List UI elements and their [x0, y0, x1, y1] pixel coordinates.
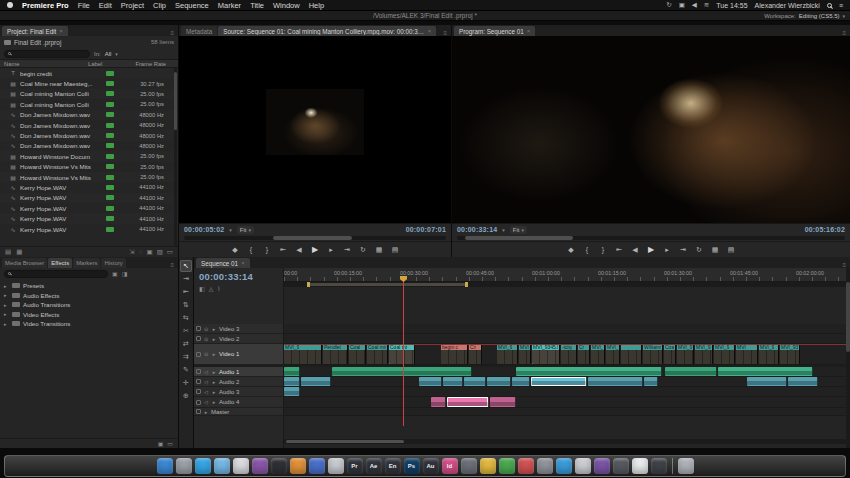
toggle-track-output-icon[interactable]: ⊙ [203, 336, 209, 342]
delete-icon[interactable]: ▭ [167, 248, 173, 256]
step-forward-icon[interactable]: ▸ [326, 246, 336, 254]
timeline-clip[interactable]: -icity [561, 344, 577, 364]
step-back-icon[interactable]: ◀ [630, 246, 640, 254]
notification-center-icon[interactable]: ≡ [839, 2, 843, 9]
play-icon[interactable]: ▶ [646, 245, 656, 254]
menu-item[interactable]: Window [273, 1, 300, 10]
dock-app-icon[interactable] [575, 458, 591, 474]
track-header-video-3[interactable]: ⊙ ▸ Video 3 [194, 324, 284, 334]
apple-menu-icon[interactable] [7, 2, 13, 8]
project-item-row[interactable]: ▤ Coal Mine near Maesteg,.. 30.27 fps [0, 78, 178, 88]
go-to-out-icon[interactable]: ⇥ [678, 246, 688, 254]
output-icon[interactable]: ▤ [390, 246, 400, 254]
project-item-row[interactable]: ▤ Coal mining Manton Colli 25.00 fps [0, 99, 178, 109]
timeline-clip[interactable]: MVI_934 [443, 377, 463, 386]
tab-effects[interactable]: Effects [48, 258, 72, 268]
project-item-row[interactable]: ∿ Kerry Hope.WAV 44100 Hz [0, 203, 178, 213]
track-header-audio-3[interactable]: ◁ ▸ Audio 3 [194, 387, 284, 397]
dock-app-icon[interactable] [556, 458, 572, 474]
toggle-track-output-icon[interactable]: ◁ [203, 399, 209, 405]
timeline-clip[interactable]: MVI [284, 387, 300, 396]
menu-item[interactable]: Edit [99, 1, 112, 10]
project-item-row[interactable]: ▤ Howard Winstone Vs Mits 25.00 fps [0, 172, 178, 182]
menu-item[interactable]: Premiere Pro [22, 1, 69, 10]
track-lock-icon[interactable] [196, 379, 201, 384]
effects-folder-row[interactable]: ▸ Audio Effects [0, 291, 178, 301]
dock-app-icon[interactable] [651, 458, 667, 474]
dock-app-icon[interactable] [233, 458, 249, 474]
close-icon[interactable]: × [428, 28, 432, 34]
add-marker-icon[interactable]: ◆ [230, 246, 240, 254]
menu-item[interactable]: File [78, 1, 90, 10]
collapse-icon[interactable]: ▸ [203, 409, 209, 415]
program-zoom-bar[interactable] [457, 236, 845, 240]
menu-item[interactable]: Sequence [175, 1, 209, 10]
label-chip[interactable] [106, 227, 114, 232]
dock-app-icon[interactable]: Au [423, 458, 439, 474]
dock-app-icon[interactable] [594, 458, 610, 474]
menu-item[interactable]: Marker [218, 1, 241, 10]
display-icon[interactable]: ▣ [679, 1, 685, 9]
dock-app-icon[interactable] [518, 458, 534, 474]
collapse-icon[interactable]: ▸ [211, 326, 217, 332]
timeline-clip[interactable]: Expand [490, 397, 516, 407]
track-lock-icon[interactable] [196, 409, 201, 414]
output-icon[interactable]: ▤ [726, 246, 736, 254]
pen-tool[interactable]: ✎ [180, 364, 192, 376]
tab-source[interactable]: Source: Sequence 01: Coal mining Manton … [218, 26, 436, 36]
effects-folder-row[interactable]: ▸ Audio Transitions [0, 300, 178, 310]
toggle-track-output-icon[interactable]: ◁ [203, 379, 209, 385]
spotlight-icon[interactable] [827, 3, 832, 8]
slide-tool[interactable]: ⇉ [180, 351, 192, 363]
project-item-row[interactable]: ∿ Kerry Hope.WAV 44100 Hz [0, 193, 178, 203]
track-lock-icon[interactable] [196, 400, 201, 405]
timeline-clip[interactable]: MVI_9 [284, 344, 322, 364]
timeline-horizontal-scrollbar[interactable] [284, 439, 846, 444]
selection-tool[interactable]: ↖ [180, 260, 192, 272]
timeline-clip[interactable]: MVI_9146 [487, 377, 511, 386]
track-lock-icon[interactable] [196, 336, 201, 341]
project-item-row[interactable]: ▤ Howard Winstone Vs Mits 25.00 fps [0, 162, 178, 172]
disclosure-icon[interactable]: ▸ [4, 292, 9, 298]
automate-to-sequence-icon[interactable]: ⇲ [129, 248, 134, 256]
track-header-audio-2[interactable]: ◁ ▸ Audio 2 [194, 377, 284, 387]
dock-app-icon[interactable] [176, 458, 192, 474]
source-zoom-bar[interactable] [184, 236, 446, 240]
timeline-clip[interactable]: Coal mi [389, 344, 415, 364]
timeline-clip[interactable]: Cr [578, 344, 590, 364]
timeline-clip[interactable]: MVI_93 [695, 344, 713, 364]
timeline-clip[interactable]: MVI [736, 344, 758, 364]
timeline-clip[interactable] [621, 344, 642, 364]
dock-app-icon[interactable] [632, 458, 648, 474]
timeline-clip[interactable]: Exci [431, 397, 446, 407]
track-lock-icon[interactable] [196, 352, 201, 357]
project-scrollbar[interactable] [174, 68, 177, 246]
collapse-icon[interactable]: ▸ [211, 336, 217, 342]
timeline-clip[interactable]: MVI_93 [788, 377, 818, 386]
timeline-clip[interactable]: Coal [349, 344, 366, 364]
column-name[interactable]: Name [4, 61, 88, 67]
timeline-clip[interactable]: MVI_9328.MO [747, 377, 787, 386]
timeline-clip[interactable]: MVI_9 [301, 377, 331, 386]
collapse-icon[interactable]: ▸ [211, 379, 217, 385]
rolling-edit-tool[interactable]: ⇅ [180, 299, 192, 311]
source-fit-select[interactable]: Fit▾ [237, 226, 254, 234]
tab-markers[interactable]: Markers [73, 258, 100, 268]
timeline-clip[interactable]: Coal min [367, 344, 388, 364]
trash-icon[interactable] [678, 458, 694, 474]
dock-app-icon[interactable]: Ps [404, 458, 420, 474]
timeline-clip[interactable]: MVI_9 [714, 344, 735, 364]
dock-app-icon[interactable]: En [385, 458, 401, 474]
timeline-clip[interactable]: Cri [469, 344, 482, 364]
zoom-tool[interactable]: ⊕ [180, 390, 192, 402]
project-item-row[interactable]: T begin credit [0, 68, 178, 78]
safe-margins-icon[interactable]: ▦ [710, 246, 720, 254]
label-chip[interactable] [106, 195, 114, 200]
playhead[interactable] [403, 276, 404, 426]
project-item-row[interactable]: ∿ Don James Mixdown.wav 48000 Hz [0, 120, 178, 130]
timeline-vertical-scrollbar[interactable] [846, 268, 850, 448]
dock-app-icon[interactable] [613, 458, 629, 474]
track-header-video-1[interactable]: ⊙ ▸ Video 1 [194, 344, 284, 365]
project-item-row[interactable]: ∿ Don James Mixdown.wav 48000 Hz [0, 141, 178, 151]
tab-project[interactable]: Project: Final Edit × [2, 26, 68, 36]
